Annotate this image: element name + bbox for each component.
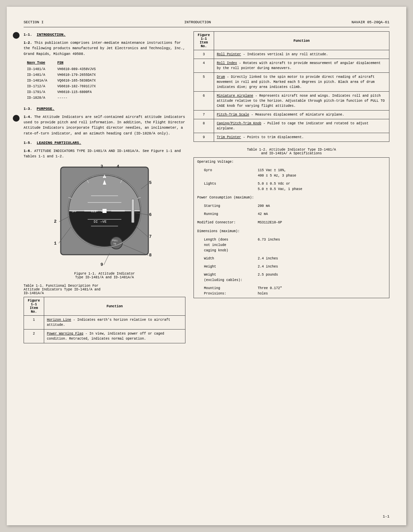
svg-text:OFF: OFF bbox=[72, 210, 77, 213]
svg-rect-19 bbox=[131, 199, 134, 223]
item-num: 5 bbox=[194, 73, 214, 92]
specs-row: Dimensions (maximum): bbox=[194, 227, 389, 236]
item-function: Trim Pointer - Points to trim displaceme… bbox=[214, 133, 389, 142]
svg-text:8: 8 bbox=[149, 253, 152, 258]
fsn-col: FSN VH6610-089-4358VJVS VH6610-179-2655D… bbox=[57, 60, 96, 101]
mounting-label: Mounting Provisions: bbox=[194, 284, 255, 298]
lights-label: Lights bbox=[194, 180, 255, 193]
svg-text:TO: TO bbox=[113, 243, 116, 245]
item-function: Roll Index - Rotates with aircraft to pr… bbox=[214, 59, 389, 73]
height-label: Height bbox=[194, 263, 255, 271]
modified-connector-value: MS3112E10-6P bbox=[255, 218, 389, 227]
left-column: 1-1. INTRODUCTION. 1-2. This publication… bbox=[24, 31, 185, 343]
table2-col2-header: Function bbox=[214, 32, 389, 50]
header-right: NAVAIR 05-20QA-61 bbox=[352, 20, 389, 24]
header-left: SECTION I bbox=[24, 20, 43, 24]
item-num: 8 bbox=[194, 119, 214, 133]
item-function: Horizon Line - Indicates earth's horizon… bbox=[44, 316, 185, 330]
navy-type-col: Navy Type ID-1481/A ID-1481/A ID-1481A/A… bbox=[27, 60, 47, 101]
table1-col2-header: Function bbox=[44, 297, 185, 316]
item-function: Power Warning Flag - In view, indicates … bbox=[44, 330, 185, 343]
item-function: Miniature Airplane - Represents aircraft… bbox=[214, 92, 389, 111]
table-1-1: Figure 1-1Item No. Function 1 Horizon Li… bbox=[24, 297, 185, 343]
item-num: 6 bbox=[194, 92, 214, 111]
starting-label: Starting bbox=[194, 202, 255, 210]
specs-row: Operating Voltage: bbox=[194, 158, 389, 167]
table1-caption: Table 1-1. Functional Description For At… bbox=[24, 284, 185, 295]
weight-label: Weight (excluding cables): bbox=[194, 271, 255, 284]
specs-caption: Table 1-2. Attitude Indicator Type ID-14… bbox=[194, 148, 389, 155]
running-value: 42 mA bbox=[255, 210, 389, 218]
lights-value: 5.0 ± 0.5 Vdc or 5.0 ± 0.5 Vac, 1 phase bbox=[255, 180, 389, 193]
specs-row: Power Consumption (maximum): bbox=[194, 193, 389, 202]
item-num: 1 bbox=[24, 316, 44, 330]
section-1-3: 1-3. PURPOSE. bbox=[24, 105, 185, 112]
svg-text:CLI: CLI bbox=[91, 210, 96, 213]
item-num: 3 bbox=[194, 50, 214, 59]
figure-caption: Figure 1-1. Attitude Indicator Type ID-1… bbox=[24, 272, 185, 279]
margin-dot-1 bbox=[13, 32, 20, 39]
table2-col1-header: Figure 1-1Item No. bbox=[194, 32, 214, 50]
starting-value: 200 mA bbox=[255, 202, 389, 210]
gyro-value: 115 Vac ± 10%, 400 ± 5 Hz, 3 phase bbox=[255, 166, 389, 180]
para-1-4: 1-4. The Attitude Indicators are self-co… bbox=[24, 114, 185, 136]
specs-table: Operating Voltage: Gyro 115 Vac ± 10%, 4… bbox=[194, 157, 389, 298]
margin-dot-2 bbox=[13, 115, 20, 122]
navy-type-table: Navy Type ID-1481/A ID-1481/A ID-1481A/A… bbox=[27, 60, 185, 101]
table-row: 6 Miniature Airplane - Represents aircra… bbox=[194, 92, 389, 111]
table-row: 3 Roll Pointer - Indicates vertical in a… bbox=[194, 50, 389, 59]
section-1-5: 1-5. LEADING PARTICULARS. bbox=[24, 139, 185, 146]
table-row: 2 Power Warning Flag - In view, indicate… bbox=[24, 330, 185, 343]
power-consumption-label: Power Consumption (maximum): bbox=[194, 193, 389, 202]
specs-row: Weight (excluding cables): 2.5 pounds bbox=[194, 271, 389, 284]
item-num: 9 bbox=[194, 133, 214, 142]
svg-point-20 bbox=[110, 237, 122, 249]
specs-row: Gyro 115 Vac ± 10%, 400 ± 5 Hz, 3 phase bbox=[194, 166, 389, 180]
header-center: INTRODUCTION bbox=[43, 20, 351, 24]
section-1-1-title: INTRODUCTION. bbox=[37, 33, 66, 37]
specs-row: Modified Connector: MS3112E10-6P bbox=[194, 218, 389, 227]
para-1-2: 1-2. This publication comprises inter-me… bbox=[24, 40, 185, 57]
specs-section: Table 1-2. Attitude Indicator Type ID-14… bbox=[194, 148, 389, 298]
svg-text:4: 4 bbox=[117, 164, 119, 169]
length-label: Length (does not include caging knob) bbox=[194, 236, 255, 255]
specs-row: Running 42 mA bbox=[194, 210, 389, 218]
section-1-1-label: 1-1. bbox=[24, 33, 32, 37]
table-row: 4 Roll Index - Rotates with aircraft to … bbox=[194, 59, 389, 73]
item-function: Drum - Directly linked to the spin motor… bbox=[214, 73, 389, 92]
mounting-value: Three 0.172" holes bbox=[255, 284, 389, 298]
specs-row: Starting 200 mA bbox=[194, 202, 389, 210]
item-num: 7 bbox=[194, 111, 214, 119]
svg-text:—VE: —VE bbox=[100, 220, 107, 224]
specs-row: Mounting Provisions: Three 0.172" holes bbox=[194, 284, 389, 298]
width-value: 2.4 inches bbox=[255, 255, 389, 263]
page-footer: 1-1 bbox=[383, 514, 389, 519]
specs-row: Width 2.4 inches bbox=[194, 255, 389, 263]
svg-text:1: 1 bbox=[54, 241, 57, 246]
gyro-label: Gyro bbox=[194, 166, 255, 180]
svg-text:5: 5 bbox=[149, 180, 152, 185]
weight-value: 2.5 pounds bbox=[255, 271, 389, 284]
svg-text:—MB: —MB bbox=[101, 210, 107, 213]
header-divider bbox=[24, 27, 389, 27]
para-1-6: 1-6. ATTITUDE INDICATORS TYPE ID-1481/A … bbox=[24, 148, 185, 159]
page-number: 1-1 bbox=[383, 514, 389, 519]
page: SECTION I INTRODUCTION NAVAIR 05-20QA-61… bbox=[7, 7, 406, 525]
main-content: 1-1. INTRODUCTION. 1-2. This publication… bbox=[24, 31, 389, 343]
section-1-1: 1-1. INTRODUCTION. bbox=[24, 31, 185, 37]
modified-connector-label: Modified Connector: bbox=[194, 218, 255, 227]
right-column: Figure 1-1Item No. Function 3 Roll Point… bbox=[194, 31, 389, 343]
height-value: 2.4 inches bbox=[255, 263, 389, 271]
svg-text:3: 3 bbox=[100, 164, 103, 169]
item-function: Caging/Pitch-Trim Knob - Pulled to cage … bbox=[214, 119, 389, 133]
item-num: 2 bbox=[24, 330, 44, 343]
svg-text:PULL: PULL bbox=[112, 239, 118, 242]
svg-text:9: 9 bbox=[100, 262, 103, 267]
length-value: 6.73 inches bbox=[255, 236, 389, 255]
specs-row: Lights 5.0 ± 0.5 Vdc or 5.0 ± 0.5 Vac, 1… bbox=[194, 180, 389, 193]
specs-row: Height 2.4 inches bbox=[194, 263, 389, 271]
table-row: 7 Pitch-Trim Scale - Measures displaceme… bbox=[194, 111, 389, 119]
width-label: Width bbox=[194, 255, 255, 263]
operating-voltage-label: Operating Voltage: bbox=[194, 158, 389, 167]
item-num: 4 bbox=[194, 59, 214, 73]
